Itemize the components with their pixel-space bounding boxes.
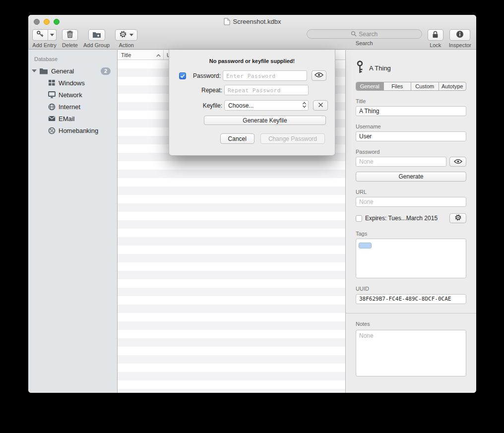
password-input[interactable] <box>223 70 307 81</box>
add-group-item: Add Group <box>83 29 110 48</box>
sidebar-item-homebanking[interactable]: Homebanking <box>28 124 117 136</box>
sidebar-item-label: Network <box>59 91 82 99</box>
uuid-field[interactable] <box>356 294 466 304</box>
folder-plus-icon <box>92 31 101 40</box>
username-label: Username <box>356 124 466 129</box>
disclosure-triangle-icon[interactable] <box>32 69 37 72</box>
trash-icon <box>66 30 73 40</box>
password-field[interactable] <box>356 157 446 167</box>
delete-label: Delete <box>62 42 78 48</box>
repeat-password-input[interactable] <box>224 85 309 95</box>
checkmark-icon <box>180 71 185 80</box>
uuid-label: UUID <box>356 286 466 292</box>
add-group-button[interactable] <box>88 29 105 41</box>
tab-general[interactable]: General <box>356 82 383 90</box>
title-field[interactable] <box>356 106 466 116</box>
window-grid-icon <box>48 79 56 86</box>
stepper-icon <box>302 102 307 110</box>
cancel-button[interactable]: Cancel <box>220 133 254 144</box>
keyfile-select[interactable]: Choose... <box>224 100 309 111</box>
url-label: URL <box>356 189 466 195</box>
inspector-label: Inspector <box>449 42 471 48</box>
clear-keyfile-button[interactable] <box>313 100 328 111</box>
sort-asc-icon <box>156 52 161 58</box>
document-icon <box>224 18 230 25</box>
username-field[interactable] <box>356 131 466 141</box>
sidebar-item-windows[interactable]: Windows <box>28 77 117 89</box>
lock-label: Lock <box>430 42 441 48</box>
expires-settings-button[interactable] <box>449 213 466 223</box>
password-label: Password <box>356 149 466 155</box>
password-checkbox[interactable] <box>179 72 186 79</box>
monitor-icon <box>48 91 56 98</box>
sidebar-item-network[interactable]: Network <box>28 89 117 101</box>
inspector-button[interactable] <box>449 29 470 41</box>
keyfile-row: Keyfile: Choose... <box>169 100 335 111</box>
entry-header: A Thing <box>356 61 466 75</box>
sidebar-item-internet[interactable]: Internet <box>28 101 117 113</box>
inspector-item: Inspector <box>449 29 471 48</box>
sidebar-item-email[interactable]: EMail <box>28 113 117 124</box>
notes-field[interactable] <box>356 330 466 376</box>
sheet-message: No password or keyfile supplied! <box>169 50 335 64</box>
sidebar-item-label: Windows <box>59 79 85 87</box>
delete-button[interactable] <box>62 29 78 41</box>
titlebar[interactable]: Screenshot.kdbx <box>28 15 476 28</box>
expires-checkbox[interactable] <box>356 215 362 222</box>
count-badge: 2 <box>101 67 111 75</box>
tab-files[interactable]: Files <box>383 82 411 90</box>
tab-autotype[interactable]: Autotype <box>439 82 466 90</box>
padlock-icon <box>432 31 439 40</box>
chevron-down-icon <box>50 34 54 36</box>
change-password-sheet: No password or keyfile supplied! Passwor… <box>169 50 335 156</box>
inspector-tabs: General Files Custom Autotype <box>356 82 466 91</box>
app-window: Screenshot.kdbx <box>28 15 476 393</box>
add-entry-dropdown-button[interactable] <box>48 29 57 41</box>
action-item: Action <box>115 29 137 48</box>
inspector-panel: A Thing General Files Custom Autotype Ti… <box>345 50 476 393</box>
action-button[interactable] <box>115 29 137 41</box>
envelope-icon <box>48 116 56 122</box>
magnifier-icon <box>351 30 357 39</box>
generate-keyfile-button[interactable]: Generate Keyfile <box>204 116 326 125</box>
delete-item: Delete <box>62 29 78 48</box>
sidebar: Database General 2 Windows <box>28 50 118 393</box>
percent-coin-icon <box>48 127 56 134</box>
column-header-title[interactable]: Title <box>118 50 164 60</box>
sidebar-item-general[interactable]: General 2 <box>28 65 117 77</box>
folder-icon <box>39 67 48 74</box>
add-entry-label: Add Entry <box>32 42 56 48</box>
notes-label: Notes <box>356 321 466 327</box>
gear-icon <box>454 214 462 223</box>
reveal-password-button[interactable] <box>449 157 466 167</box>
tag-pill[interactable] <box>359 243 372 248</box>
inspector-divider <box>346 313 476 313</box>
window-title: Screenshot.kdbx <box>28 15 476 28</box>
close-x-icon <box>318 102 323 109</box>
lock-button[interactable] <box>428 29 443 41</box>
password-row: Password: <box>169 70 335 81</box>
sidebar-item-label: Internet <box>59 103 80 111</box>
screen: Screenshot.kdbx <box>0 0 504 433</box>
tags-label: Tags <box>356 231 466 237</box>
info-circle-icon <box>456 30 464 40</box>
keyfile-label: Keyfile: <box>189 102 222 109</box>
tab-custom[interactable]: Custom <box>411 82 439 90</box>
repeat-label: Repeat: <box>189 87 222 94</box>
change-password-button[interactable]: Change Password <box>260 133 325 144</box>
generate-button[interactable]: Generate <box>356 172 466 182</box>
url-field[interactable] <box>356 197 466 207</box>
sidebar-item-label: General <box>51 67 74 75</box>
add-entry-item: Add Entry <box>32 29 57 48</box>
globe-icon <box>48 103 56 111</box>
search-item: Search Search <box>307 29 422 46</box>
add-entry-button[interactable] <box>32 29 48 41</box>
title-label: Title <box>356 98 466 104</box>
action-label: Action <box>119 42 134 48</box>
add-group-label: Add Group <box>83 42 110 48</box>
entry-title: A Thing <box>369 64 391 72</box>
sidebar-item-label: Homebanking <box>59 127 98 134</box>
search-input[interactable]: Search <box>307 29 422 39</box>
tags-field[interactable] <box>356 239 466 278</box>
reveal-password-button[interactable] <box>312 70 326 81</box>
